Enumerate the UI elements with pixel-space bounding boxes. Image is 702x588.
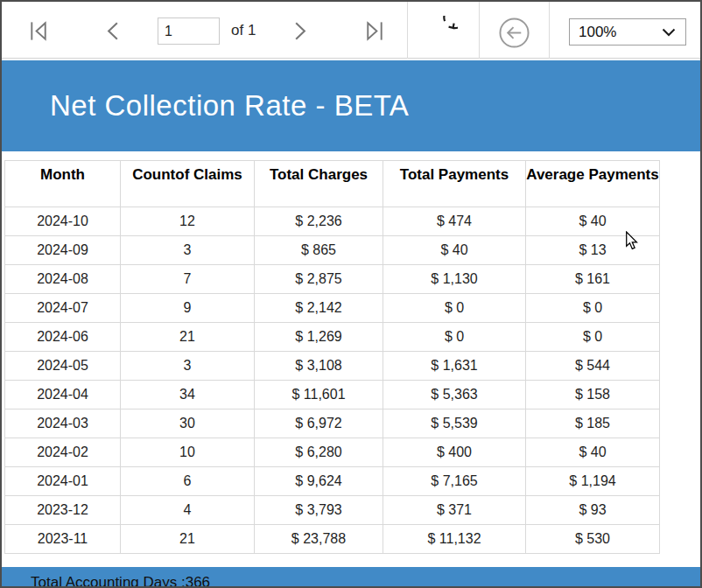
report-table: MonthCountof ClaimsTotal ChargesTotal Pa… — [4, 160, 660, 554]
table-cell: $ 544 — [526, 352, 660, 381]
table-cell: $ 158 — [526, 381, 660, 410]
table-body: 2024-1012$ 2,236$ 474$ 402024-093$ 865$ … — [5, 207, 660, 554]
total-accounting-days-label: Total Accounting Days :366 — [2, 569, 210, 588]
table-cell: $ 0 — [526, 294, 660, 323]
table-cell: 2024-07 — [5, 294, 121, 323]
pagination-toolbar: of 1 — [2, 2, 700, 59]
table-cell: 10 — [121, 438, 255, 467]
table-cell: $ 2,875 — [255, 265, 383, 294]
table-cell: $ 1,631 — [383, 352, 526, 381]
table-cell: $ 474 — [383, 207, 526, 236]
table-cell: 3 — [121, 352, 255, 381]
toolbar-divider — [479, 2, 480, 59]
table-cell: $ 23,788 — [255, 525, 383, 554]
table-cell: $ 185 — [526, 410, 660, 438]
column-header-total-charges: Total Charges — [255, 161, 383, 207]
table-header: MonthCountof ClaimsTotal ChargesTotal Pa… — [5, 161, 660, 207]
table-cell: 2023-11 — [5, 525, 121, 554]
table-cell: 9 — [121, 294, 255, 323]
table-cell: $ 5,363 — [383, 381, 526, 410]
table-cell: $ 530 — [526, 525, 660, 554]
table-cell: $ 40 — [383, 236, 526, 265]
last-page-button[interactable] — [362, 19, 386, 43]
table-cell: 2024-03 — [5, 410, 121, 438]
table-cell: 21 — [121, 525, 255, 554]
refresh-button[interactable] — [428, 16, 458, 46]
back-icon — [498, 38, 530, 52]
table-cell: $ 6,972 — [255, 410, 383, 438]
table-cell: 2024-05 — [5, 352, 121, 381]
table-cell: $ 1,130 — [383, 265, 526, 294]
table-cell: $ 40 — [526, 207, 660, 236]
report-title: Net Collection Rate - BETA — [2, 89, 409, 122]
chevron-down-icon — [662, 28, 676, 37]
table-cell: 2024-04 — [5, 381, 121, 410]
table-row: 2024-016$ 9,624$ 7,165$ 1,194 — [5, 467, 660, 496]
zoom-level-select[interactable]: 100% — [569, 18, 686, 46]
table-cell: 2023-12 — [5, 496, 121, 525]
table-cell: $ 400 — [383, 438, 526, 467]
table-cell: $ 11,132 — [383, 525, 526, 554]
last-page-icon — [362, 32, 386, 46]
toolbar-divider — [407, 2, 408, 59]
table-cell: 3 — [121, 236, 255, 265]
table-cell: 6 — [121, 467, 255, 496]
table-cell: 7 — [121, 265, 255, 294]
next-page-button[interactable] — [291, 19, 309, 43]
back-button[interactable] — [498, 17, 530, 49]
table-cell: 2024-01 — [5, 467, 121, 496]
first-page-button[interactable] — [27, 19, 51, 43]
zoom-level-value: 100% — [579, 24, 616, 41]
report-title-banner: Net Collection Rate - BETA — [2, 60, 700, 151]
table-cell: $ 161 — [526, 265, 660, 294]
first-page-icon — [27, 32, 51, 46]
table-cell: 34 — [121, 381, 255, 410]
table-cell: 4 — [121, 496, 255, 525]
table-cell: $ 7,165 — [383, 467, 526, 496]
table-cell: $ 865 — [255, 236, 383, 265]
table-header-row: MonthCountof ClaimsTotal ChargesTotal Pa… — [5, 161, 660, 207]
table-cell: 12 — [121, 207, 255, 236]
table-cell: $ 0 — [526, 323, 660, 352]
table-cell: $ 9,624 — [255, 467, 383, 496]
table-cell: $ 5,539 — [383, 410, 526, 438]
report-viewer-window: of 1 — [0, 0, 702, 588]
previous-page-button[interactable] — [104, 19, 122, 43]
column-header-average-payments: Average Payments — [526, 161, 660, 207]
report-footer-bar: Total Accounting Days :366 — [2, 567, 700, 588]
column-header-countof-claims: Countof Claims — [121, 161, 255, 207]
column-header-total-payments: Total Payments — [383, 161, 526, 207]
table-row: 2023-1121$ 23,788$ 11,132$ 530 — [5, 525, 660, 554]
table-cell: 2024-06 — [5, 323, 121, 352]
table-cell: 2024-02 — [5, 438, 121, 467]
table-cell: $ 2,142 — [255, 294, 383, 323]
table-cell: 30 — [121, 410, 255, 438]
table-cell: $ 11,601 — [255, 381, 383, 410]
table-cell: $ 1,194 — [526, 467, 660, 496]
table-cell: $ 2,236 — [255, 207, 383, 236]
table-cell: $ 6,280 — [255, 438, 383, 467]
table-row: 2024-1012$ 2,236$ 474$ 40 — [5, 207, 660, 236]
table-row: 2024-093$ 865$ 40$ 13 — [5, 236, 660, 265]
table-row: 2024-0330$ 6,972$ 5,539$ 185 — [5, 410, 660, 438]
table-row: 2024-0210$ 6,280$ 400$ 40 — [5, 438, 660, 467]
table-cell: $ 0 — [383, 294, 526, 323]
table-cell: $ 371 — [383, 496, 526, 525]
page-count-label: of 1 — [231, 22, 256, 39]
table-cell: 2024-08 — [5, 265, 121, 294]
column-header-month: Month — [5, 161, 121, 207]
table-row: 2023-124$ 3,793$ 371$ 93 — [5, 496, 660, 525]
toolbar-divider — [549, 2, 550, 59]
table-cell: $ 40 — [526, 438, 660, 467]
table-cell: $ 3,108 — [255, 352, 383, 381]
table-row: 2024-0434$ 11,601$ 5,363$ 158 — [5, 381, 660, 410]
previous-page-icon — [104, 32, 122, 46]
table-cell: 2024-09 — [5, 236, 121, 265]
table-cell: $ 13 — [526, 236, 660, 265]
page-number-input[interactable] — [158, 18, 220, 45]
table-cell: $ 1,269 — [255, 323, 383, 352]
table-cell: 2024-10 — [5, 207, 121, 236]
next-page-icon — [291, 32, 309, 46]
table-cell: $ 3,793 — [255, 496, 383, 525]
table-cell: $ 93 — [526, 496, 660, 525]
